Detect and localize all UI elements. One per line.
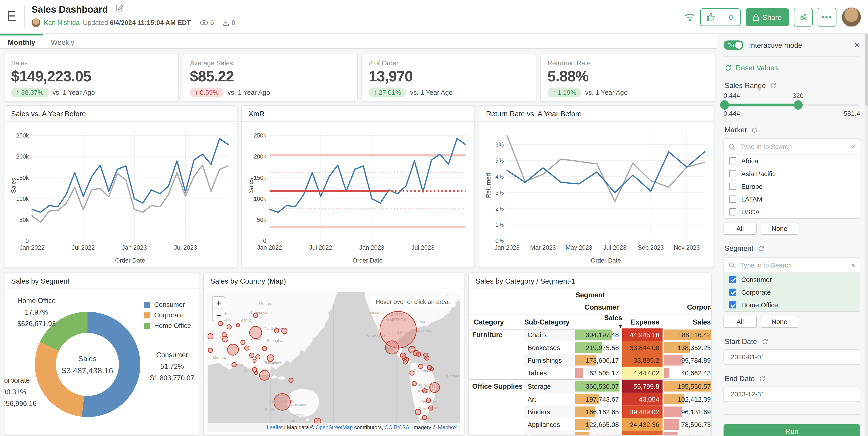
sales-range-slider[interactable]: 0.444 320 0.444 581.4 <box>723 92 860 116</box>
col-category[interactable]: Category <box>469 318 524 326</box>
checkbox[interactable] <box>729 289 736 296</box>
close-sidebar-icon[interactable]: × <box>854 40 859 49</box>
tab-monthly[interactable]: Monthly <box>0 34 43 48</box>
market-option[interactable]: Asia Pacific <box>724 167 860 180</box>
country-sales-bubble[interactable] <box>227 344 239 355</box>
country-sales-bubble[interactable] <box>426 398 431 403</box>
line-chart[interactable]: 050k100k150k200k250kJan 2022Jul 2022Jan … <box>242 122 474 265</box>
country-sales-bubble[interactable] <box>236 324 240 327</box>
country-sales-bubble[interactable] <box>380 311 416 348</box>
osm-link[interactable]: OpenStreetMap <box>315 424 352 430</box>
chart-svg[interactable]: 0%1%2%3%4%5%6%Jan 2023Mar 2023May 2023Ju… <box>483 123 709 265</box>
checkbox[interactable] <box>729 195 736 203</box>
country-sales-bubble[interactable] <box>430 368 434 371</box>
country-sales-bubble[interactable] <box>262 346 267 351</box>
slider-handle-high[interactable] <box>794 100 802 110</box>
country-sales-bubble[interactable] <box>241 340 245 345</box>
user-avatar[interactable] <box>841 7 861 27</box>
country-sales-bubble[interactable] <box>259 370 270 380</box>
more-options-button[interactable]: ••• <box>817 8 836 26</box>
like-button-group[interactable]: 0 <box>701 8 741 26</box>
reset-values-link[interactable]: Reset Values <box>725 64 860 72</box>
app-logo[interactable]: E <box>6 8 17 25</box>
slider-range[interactable] <box>725 104 798 106</box>
chart-return-rate[interactable]: Return Rate vs. A Year Before 0%1%2%3%4%… <box>479 105 714 268</box>
legend-item[interactable]: Corporate <box>144 311 191 319</box>
refresh-icon[interactable] <box>758 245 765 252</box>
checkbox[interactable] <box>729 301 736 309</box>
slider-handle-low[interactable] <box>720 100 729 110</box>
market-search-input[interactable] <box>739 142 847 151</box>
donut-slice[interactable] <box>40 312 88 351</box>
col-subcategory[interactable]: Sub-Category <box>524 318 574 326</box>
country-sales-bubble[interactable] <box>423 388 427 393</box>
table-row[interactable]: Paper117,513.8232,731.9469,203.77 <box>469 431 712 436</box>
checkbox[interactable] <box>729 157 736 165</box>
country-sales-bubble[interactable] <box>415 409 421 415</box>
start-date-input[interactable] <box>730 353 843 361</box>
market-option[interactable]: LATAM <box>724 193 860 205</box>
table-row[interactable]: Office SuppliesStorage366,530.0755,799.8… <box>469 380 712 393</box>
table-row[interactable]: Tables63,505.174,447.0240,662.43 <box>469 367 712 380</box>
leaflet-link[interactable]: Leaflet <box>267 424 283 430</box>
world-map[interactable]: RussiaKrasnoyarskASIAKazakhstanChinaShan… <box>208 292 460 432</box>
country-sales-bubble[interactable] <box>385 341 399 354</box>
country-sales-bubble[interactable] <box>232 362 237 367</box>
line-chart[interactable]: 050k100k150k200k250kJan 2022Jul 2022Jan … <box>4 122 237 265</box>
segment-option[interactable]: Home Office <box>724 298 860 311</box>
mapbox-link[interactable]: Mapbox <box>438 424 457 430</box>
segment-option[interactable]: Consumer <box>724 273 860 286</box>
country-sales-bubble[interactable] <box>222 336 228 342</box>
segment-all-button[interactable]: All <box>723 316 757 328</box>
table-row[interactable]: Art197,743.6743,054102,412.39 <box>469 393 712 405</box>
country-sales-bubble[interactable] <box>253 313 258 318</box>
sales-by-segment-panel[interactable]: Sales by Segment ConsumerCorporateHome O… <box>4 272 199 436</box>
market-none-button[interactable]: None <box>761 223 798 235</box>
run-button[interactable]: Run <box>723 424 860 436</box>
sales-by-country-map-panel[interactable]: Sales by Country (Map) <box>203 272 465 436</box>
sales-by-category-panel[interactable]: Sales by Category / Segment-1 Segment Co… <box>468 272 712 436</box>
edit-title-icon[interactable] <box>116 4 124 11</box>
col-sales[interactable]: Sales▾ <box>574 314 622 330</box>
interactive-mode-toggle[interactable]: On <box>723 40 743 50</box>
checkbox[interactable] <box>729 276 736 283</box>
checkbox[interactable] <box>729 183 736 190</box>
country-sales-bubble[interactable] <box>425 356 429 360</box>
country-sales-bubble[interactable] <box>256 355 260 359</box>
chart-svg[interactable]: 050k100k150k200k250kJan 2022Jul 2022Jan … <box>8 123 232 265</box>
chart-svg[interactable]: 050k100k150k200k250kJan 2022Jul 2022Jan … <box>245 123 470 265</box>
country-sales-bubble[interactable] <box>429 406 433 410</box>
table-row[interactable]: FurnitureChairs304,197.4844,945.16188,11… <box>469 328 712 341</box>
checkbox[interactable] <box>729 208 736 215</box>
country-sales-bubble[interactable] <box>274 328 279 333</box>
country-sales-bubble[interactable] <box>274 394 290 410</box>
country-sales-bubble[interactable] <box>245 346 249 350</box>
country-sales-bubble[interactable] <box>403 360 408 364</box>
category-table[interactable]: FurnitureChairs304,197.4844,945.16188,11… <box>469 328 712 436</box>
country-sales-bubble[interactable] <box>218 321 223 326</box>
legend-item[interactable]: Consumer <box>144 301 191 309</box>
table-row[interactable]: Appliances122,665.0824,432.3678,596.73 <box>469 418 712 431</box>
donut-slice[interactable] <box>82 312 141 417</box>
clear-search-icon[interactable]: × <box>851 261 855 269</box>
refresh-icon[interactable] <box>751 127 758 133</box>
table-row[interactable]: Bookcases219,975.5833,844.08138,352.25 <box>469 341 712 354</box>
segment-search-input[interactable] <box>739 261 847 269</box>
table-row[interactable]: Furnishings173,606.1733,885.299,784.89 <box>469 354 712 367</box>
checkbox[interactable] <box>729 170 736 177</box>
country-sales-bubble[interactable] <box>208 348 213 353</box>
ccbysa-link[interactable]: CC-BY-SA <box>385 424 409 430</box>
country-sales-bubble[interactable] <box>227 325 231 329</box>
zoom-in-button[interactable]: + <box>213 297 225 309</box>
line-chart[interactable]: 0%1%2%3%4%5%6%Jan 2023Mar 2023May 2023Ju… <box>479 122 714 265</box>
end-date-input[interactable] <box>730 390 843 399</box>
zoom-out-button[interactable]: − <box>213 309 225 321</box>
refresh-icon[interactable] <box>762 338 768 345</box>
country-sales-bubble[interactable] <box>267 355 274 361</box>
country-sales-bubble[interactable] <box>416 352 421 356</box>
market-option[interactable]: Africa <box>724 154 860 167</box>
country-sales-bubble[interactable] <box>254 371 258 375</box>
country-sales-bubble[interactable] <box>250 326 262 339</box>
map-canvas[interactable]: RussiaKrasnoyarskASIAKazakhstanChinaShan… <box>208 292 460 432</box>
country-sales-bubble[interactable] <box>410 371 414 375</box>
